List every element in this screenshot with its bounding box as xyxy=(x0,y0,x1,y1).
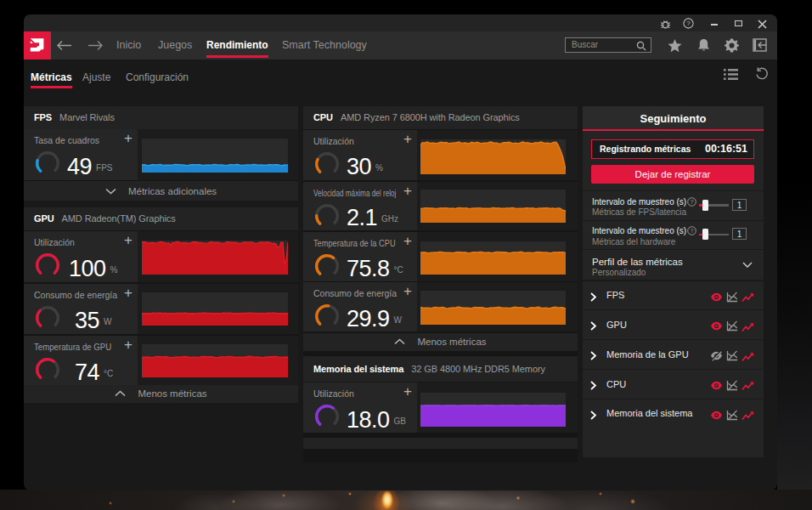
svg-text:?: ? xyxy=(691,228,694,234)
svg-text:?: ? xyxy=(691,199,694,205)
svg-text:?: ? xyxy=(686,20,691,27)
